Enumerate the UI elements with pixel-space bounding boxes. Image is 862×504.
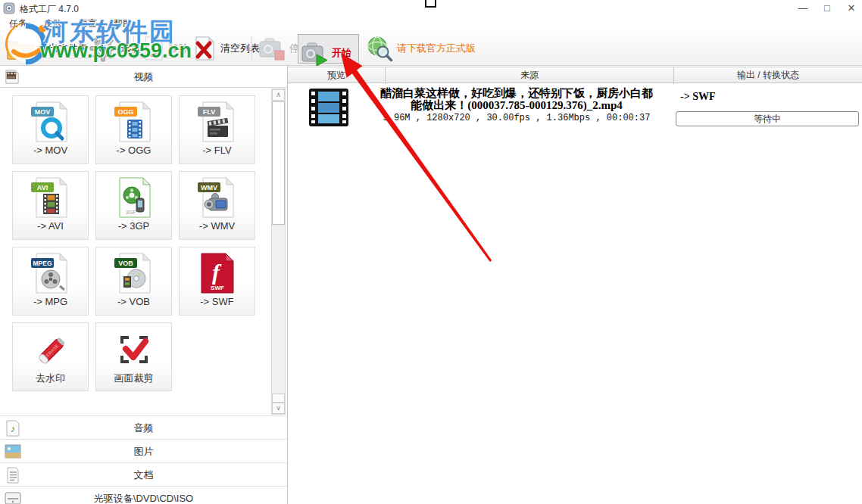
maximize-button[interactable]: □ bbox=[821, 2, 833, 14]
globe-search-icon bbox=[366, 35, 393, 62]
svg-text:SWF: SWF bbox=[211, 285, 224, 291]
optical-drive-section[interactable]: 光驱设备\DVD\CD\ISO bbox=[0, 486, 287, 504]
svg-text:MOV: MOV bbox=[34, 108, 50, 116]
svg-text:AVI: AVI bbox=[36, 184, 47, 191]
card-label: -> FLV bbox=[180, 145, 255, 156]
svg-text:VOB: VOB bbox=[118, 260, 133, 267]
audio-section-label: 音频 bbox=[0, 416, 287, 440]
scrollbar-box bbox=[272, 394, 285, 403]
remove-label: 移除 bbox=[169, 42, 189, 55]
video-section-label: 视频 bbox=[0, 66, 287, 88]
clear-list-button[interactable]: 清空列表 bbox=[191, 30, 260, 66]
convert-to-swf-card[interactable]: f SWF -> SWF bbox=[179, 247, 255, 316]
eraser-icon: ERASE bbox=[30, 328, 72, 371]
card-label: 画面裁剪 bbox=[96, 372, 171, 385]
minimize-button[interactable]: — bbox=[797, 2, 809, 14]
document-section-label: 文档 bbox=[0, 463, 287, 487]
svg-text:FLV: FLV bbox=[202, 108, 214, 116]
scroll-down-button[interactable]: ∨ bbox=[272, 403, 285, 414]
source-file-title-line2: 能做出来！(000037.785-000129.376)_2.mp4 bbox=[354, 99, 679, 111]
ogg-icon: OGG bbox=[113, 101, 155, 144]
optical-drive-section-label: 光驱设备\DVD\CD\ISO bbox=[0, 487, 287, 504]
column-header-output[interactable]: 输出 / 转换状态 bbox=[674, 67, 862, 84]
scroll-up-button[interactable]: ∧ bbox=[272, 89, 285, 101]
mov-icon: MOV bbox=[30, 101, 72, 144]
start-label: 开始 bbox=[332, 46, 351, 60]
table-header: 预览 来源 输出 / 转换状态 bbox=[288, 67, 862, 83]
app-logo-icon bbox=[3, 2, 15, 14]
card-label: -> OGG bbox=[96, 145, 171, 156]
remove-page-icon bbox=[141, 36, 165, 61]
remove-button[interactable]: 移除 bbox=[141, 30, 189, 66]
column-header-source[interactable]: 来源 bbox=[386, 67, 674, 84]
convert-to-avi-card[interactable]: AVI -> AVI bbox=[12, 171, 89, 240]
convert-to-mov-card[interactable]: MOV -> MOV bbox=[12, 95, 89, 164]
menu-task[interactable]: 任务 bbox=[9, 17, 27, 30]
screen-edge-box bbox=[425, 0, 436, 8]
picture-icon bbox=[4, 443, 22, 461]
remove-watermark-card[interactable]: ERASE 去水印 bbox=[12, 322, 89, 391]
picture-section[interactable]: 图片 bbox=[0, 439, 287, 462]
convert-to-ogg-card[interactable]: OGG -> OGG bbox=[95, 95, 172, 164]
category-panel: 视频 MOV -> MOV bbox=[0, 66, 288, 504]
window-title: 格式工厂 4.7.0 bbox=[20, 3, 79, 16]
card-label: -> 3GP bbox=[96, 220, 171, 232]
format-grid-scrollbar[interactable]: ∧ ∨ bbox=[271, 89, 286, 415]
column-header-preview[interactable]: 预览 bbox=[288, 67, 386, 84]
card-label: -> MPG bbox=[13, 296, 88, 307]
gear-icon bbox=[89, 35, 117, 62]
convert-to-flv-card[interactable]: FLV -> FLV bbox=[179, 95, 255, 164]
svg-text:3GP: 3GP bbox=[125, 210, 136, 215]
card-label: -> MOV bbox=[13, 145, 88, 156]
clear-list-label: 清空列表 bbox=[220, 42, 260, 55]
app-window: 格式工厂 4.7.0 — □ ✕ 任务 皮肤 语言 帮助 输出文件夹 bbox=[0, 0, 862, 504]
document-icon bbox=[4, 466, 22, 484]
card-label: -> VOB bbox=[96, 296, 171, 307]
convert-to-3gp-card[interactable]: 3GP -> 3GP bbox=[95, 171, 172, 240]
clear-list-icon bbox=[191, 36, 217, 61]
start-button[interactable]: 开始 bbox=[298, 34, 359, 64]
toolbar-separator bbox=[251, 36, 252, 60]
download-official-link[interactable]: 请下载官方正式版 bbox=[366, 30, 476, 66]
card-label: -> SWF bbox=[180, 296, 255, 307]
format-grid: MOV -> MOV OGG bbox=[0, 88, 287, 415]
close-button[interactable]: ✕ bbox=[845, 2, 857, 14]
svg-text:♪: ♪ bbox=[11, 423, 16, 434]
wmv-icon: WMV bbox=[196, 177, 239, 219]
audio-icon: ♪ bbox=[4, 419, 22, 437]
toolbar: 输出文件夹 选项 bbox=[0, 30, 862, 66]
toolbar-separator bbox=[133, 36, 134, 60]
convert-to-wmv-card[interactable]: WMV -> WMV bbox=[179, 171, 255, 240]
card-label: -> AVI bbox=[13, 220, 88, 232]
source-file-details: 5.96M , 1280x720 , 30.00fps , 1.36Mbps ,… bbox=[354, 113, 679, 123]
convert-to-vob-card[interactable]: VOB -> VOB bbox=[95, 247, 172, 316]
audio-section[interactable]: ♪ 音频 bbox=[0, 415, 287, 439]
folder-icon bbox=[6, 36, 35, 61]
output-folder-button[interactable]: 输出文件夹 bbox=[6, 30, 88, 66]
table-row[interactable]: 醋溜白菜这样做，好吃到爆，还特别下饭，厨房小白都 能做出来！(000037.78… bbox=[288, 83, 862, 130]
options-label: 选项 bbox=[120, 42, 140, 55]
card-label: 去水印 bbox=[13, 372, 88, 385]
options-button[interactable]: 选项 bbox=[89, 30, 140, 66]
status-badge: 等待中 bbox=[676, 111, 859, 126]
menu-language[interactable]: 语言 bbox=[79, 17, 97, 30]
video-section-header[interactable]: 视频 bbox=[0, 66, 287, 88]
avi-icon: AVI bbox=[30, 177, 72, 219]
svg-text:OGG: OGG bbox=[117, 108, 133, 116]
output-folder-label: 输出文件夹 bbox=[39, 42, 88, 55]
menu-bar: 任务 皮肤 语言 帮助 bbox=[0, 17, 862, 30]
crop-video-card[interactable]: 画面裁剪 bbox=[95, 322, 172, 391]
document-section[interactable]: 文档 bbox=[0, 462, 287, 486]
menu-skin[interactable]: 皮肤 bbox=[44, 17, 62, 30]
output-format: -> SWF bbox=[680, 91, 715, 103]
convert-to-mpg-card[interactable]: MPEG -> MPG bbox=[12, 247, 89, 316]
menu-help[interactable]: 帮助 bbox=[114, 17, 132, 30]
crop-check-icon bbox=[113, 328, 155, 371]
scrollbar-thumb[interactable] bbox=[272, 101, 285, 225]
svg-text:WMV: WMV bbox=[201, 184, 217, 191]
mpg-icon: MPEG bbox=[30, 253, 72, 295]
threegp-icon: 3GP bbox=[113, 177, 155, 219]
card-label: -> WMV bbox=[180, 220, 255, 232]
download-official-label: 请下载官方正式版 bbox=[397, 42, 476, 55]
source-file-title-line1: 醋溜白菜这样做，好吃到爆，还特别下饭，厨房小白都 bbox=[354, 87, 679, 99]
